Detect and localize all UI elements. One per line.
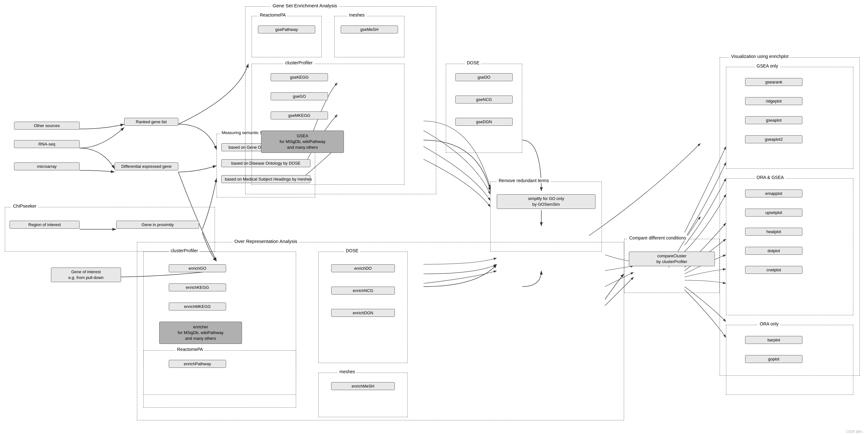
reactomepa-gsea-container: ReactomePA bbox=[252, 16, 321, 57]
other-sources-box: Other sources bbox=[14, 122, 80, 130]
redundant-label: Remove redundant terms bbox=[497, 178, 551, 183]
reactomepa-gsea-label: ReactomePA bbox=[258, 12, 287, 18]
upsetplot-box: upsetplot bbox=[745, 209, 802, 217]
ridgeplot-box: ridgeplot bbox=[745, 97, 802, 105]
heatplot-box: heatplot bbox=[745, 228, 802, 236]
gsedo-box: gseDO bbox=[455, 73, 513, 81]
gene-of-interest-box: Gene of interest e.g. from pull-down bbox=[51, 268, 121, 282]
gsedgn-box: gseDGN bbox=[455, 118, 513, 126]
diff-expressed-gene-box: Differential expressed gene bbox=[115, 162, 178, 170]
enricher-msigdb-box: enricher for MSigDb, wikiPathway and man… bbox=[159, 322, 242, 344]
gseaplot2-box: gseaplot2 bbox=[745, 135, 802, 143]
gsego-box: gseGO bbox=[271, 92, 328, 100]
redundant-container: Remove redundant terms bbox=[490, 182, 602, 252]
compare-label: Compare different conditions bbox=[628, 235, 688, 241]
simplify-box: simplify for GO only by GOSemSim bbox=[497, 194, 595, 209]
microarray-box: microarray bbox=[14, 162, 80, 170]
enrichncg-box: enrichNCG bbox=[331, 287, 395, 294]
gsepathway-box: gsePathway bbox=[258, 26, 315, 33]
ora-label: Over Representation Analysis bbox=[233, 239, 299, 244]
ranked-gene-list-box: Ranked gene list bbox=[124, 118, 178, 126]
watermark: CSDN @lin... bbox=[846, 430, 865, 433]
gsea-only-label: GSEA only bbox=[755, 63, 780, 68]
clusterprofiler-ora-label: clusterProfiler bbox=[169, 248, 199, 253]
cnetplot-box: cnetplot bbox=[745, 266, 802, 274]
enrichdgn-box: enrichDGN bbox=[331, 309, 395, 317]
gsea-label: Gene Set Enrichment Analysis bbox=[271, 3, 339, 8]
enrichkegg-box: enrichKEGG bbox=[169, 283, 226, 291]
enrichgo-box: enrichGO bbox=[169, 264, 226, 272]
emapplot-box: emapplot bbox=[745, 189, 802, 197]
reactomepa-ora-container: ReactomePA bbox=[143, 350, 296, 395]
ora-gsea-viz-label: ORA & GSEA bbox=[755, 175, 785, 180]
meshes-ora-container: meshes bbox=[318, 373, 408, 417]
gsemesh-box: gseMeSH bbox=[341, 26, 398, 33]
visualization-label: Visualization using enrichplot bbox=[730, 54, 790, 59]
dose-gsea-label: DOSE bbox=[465, 60, 481, 65]
gsearank-box: gsearank bbox=[745, 78, 802, 86]
clusterprofiler-gsea-label: clusterProfiler bbox=[284, 60, 314, 65]
enrichmesh-box: enrichMeSH bbox=[331, 382, 395, 390]
gene-in-proximity-box: Gene in proximity bbox=[116, 221, 199, 229]
chipseeker-label: ChIPseeker bbox=[11, 204, 38, 209]
gsea-msigdb-box: GSEA for MSigDb, wikiPathway and many ot… bbox=[261, 130, 344, 153]
reactomepa-ora-label: ReactomePA bbox=[176, 347, 205, 352]
diagram: Other sources RNA-seq microarray Ranked … bbox=[0, 0, 868, 435]
gsemkegg-box: gseMKEGG bbox=[271, 112, 328, 119]
clusterprofiler-gsea-container: clusterProfiler bbox=[252, 64, 404, 185]
enrichpathway-box: enrichPathway bbox=[169, 360, 226, 368]
gseaplot-box: gseaplot bbox=[745, 116, 802, 124]
gsencg-box: gseNCG bbox=[455, 96, 513, 103]
goplot-box: goplot bbox=[745, 355, 802, 363]
compare-cluster-box: compareCluster by clusterProfiler bbox=[629, 252, 715, 266]
enrichdo-box: enrichDO bbox=[331, 264, 395, 272]
enrichmkegg-box: enrichMKEGG bbox=[169, 303, 226, 310]
meshes-ora-label: meshes bbox=[338, 369, 356, 374]
dotplot-box: dotplot bbox=[745, 247, 802, 255]
ora-only-viz-label: ORA only bbox=[758, 321, 780, 327]
barplot-box: barplot bbox=[745, 336, 802, 344]
region-of-interest-box: Region of interest bbox=[9, 221, 80, 229]
gsekegg-box: gseKEGG bbox=[271, 73, 328, 81]
meshes-gsea-label: meshes bbox=[347, 12, 366, 18]
meshes-gsea-container: meshes bbox=[334, 16, 404, 57]
rna-seq-box: RNA-seq bbox=[14, 140, 80, 148]
dose-ora-label: DOSE bbox=[344, 248, 360, 253]
